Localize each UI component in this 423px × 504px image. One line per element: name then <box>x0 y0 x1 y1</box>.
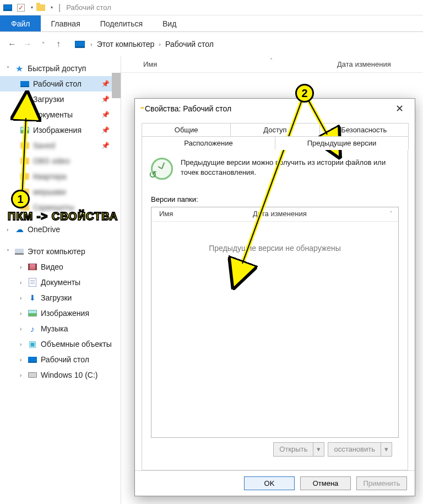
tab-previous-versions[interactable]: Предыдущие версии <box>275 136 409 150</box>
annotation-arrows <box>0 0 423 504</box>
svg-line-3 <box>242 100 302 264</box>
svg-line-5 <box>308 100 327 135</box>
